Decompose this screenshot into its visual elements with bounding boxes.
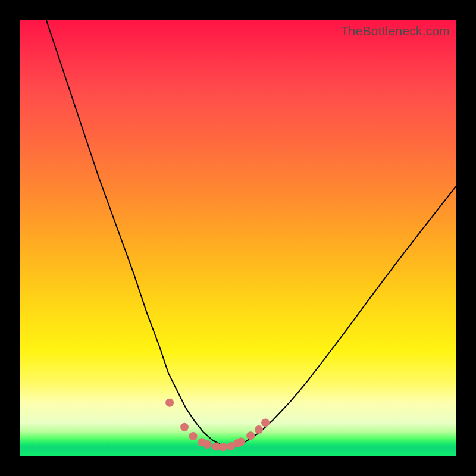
plot-area: TheBottleneck.com <box>20 20 456 456</box>
bottleneck-curve <box>46 20 456 447</box>
chart-frame: TheBottleneck.com <box>0 0 476 476</box>
marker-group <box>165 399 270 452</box>
curve-marker <box>180 423 189 431</box>
curve-marker <box>219 443 227 451</box>
curve-marker <box>237 438 245 446</box>
curve-marker <box>255 425 263 434</box>
curve-marker <box>203 440 212 449</box>
curve-marker <box>261 418 270 427</box>
curve-marker <box>165 399 174 407</box>
curve-marker <box>189 432 198 440</box>
curve-layer <box>20 20 456 456</box>
curve-marker <box>246 431 255 440</box>
